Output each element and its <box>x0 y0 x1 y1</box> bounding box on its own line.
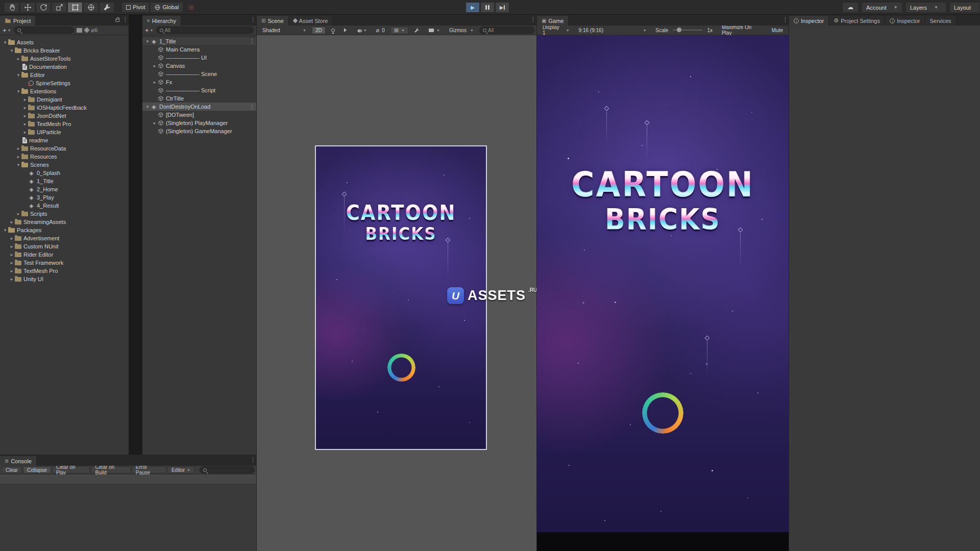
layers-dropdown[interactable]: Layers ▼ <box>905 2 946 13</box>
project-tree-item[interactable]: SpineSettings <box>0 79 129 87</box>
search-by-type-icon[interactable] <box>77 28 82 33</box>
project-tree-item[interactable]: ◈2_Home <box>0 185 129 193</box>
expand-arrow-icon[interactable]: ▾ <box>144 39 151 44</box>
expand-arrow-icon[interactable]: ▾ <box>15 72 21 78</box>
expand-arrow-icon[interactable]: ▾ <box>2 40 8 45</box>
panel-menu-icon[interactable]: ⋮ <box>782 16 787 23</box>
clear-on-play-button[interactable]: Clear on Play <box>52 466 90 473</box>
tab-asset-store[interactable]: Asset Store <box>289 16 333 26</box>
hierarchy-item[interactable]: ▸Fx <box>142 78 256 86</box>
project-tree-item[interactable]: ▸Test Framework <box>0 259 129 267</box>
project-tree-item[interactable]: ▸TextMesh Pro <box>0 120 129 128</box>
project-tree-item[interactable]: ▸StreamingAssets <box>0 218 129 226</box>
expand-arrow-icon[interactable]: ▸ <box>15 211 21 216</box>
project-tree-item[interactable]: ▾Assets <box>0 38 129 46</box>
scene-audio-toggle[interactable] <box>340 27 352 34</box>
cloud-button[interactable]: ☁ <box>842 2 859 13</box>
scene-viewport[interactable]: CARTOON BRICKS U ASSETS .RU <box>257 35 536 551</box>
panel-menu-icon[interactable]: ⋮ <box>250 16 254 23</box>
panel-menu-icon[interactable]: ⋮ <box>250 457 254 463</box>
transform-tool-button[interactable] <box>83 2 99 13</box>
expand-arrow-icon[interactable]: ▸ <box>22 113 28 118</box>
expand-arrow-icon[interactable]: ▸ <box>22 121 28 127</box>
scale-tool-button[interactable] <box>52 2 67 13</box>
tab-inspector[interactable]: iInspector <box>885 16 925 26</box>
display-dropdown[interactable]: Display 1 ▼ <box>539 27 573 34</box>
project-tree-item[interactable]: ▸Custom NUnit <box>0 242 129 251</box>
expand-arrow-icon[interactable]: ▾ <box>15 89 21 94</box>
console-log-area[interactable] <box>0 474 256 551</box>
tab-project[interactable]: Project <box>0 16 36 26</box>
clear-on-build-button[interactable]: Clear on Build <box>91 466 130 473</box>
hierarchy-item[interactable]: Main Camera <box>142 45 256 54</box>
hidden-count-toggle[interactable]: ⌀6 <box>91 27 98 34</box>
scale-slider-knob[interactable] <box>677 28 681 32</box>
project-tree-item[interactable]: ◈0_Splash <box>0 169 129 177</box>
expand-arrow-icon[interactable]: ▸ <box>22 105 28 110</box>
expand-arrow-icon[interactable]: ▸ <box>9 244 15 249</box>
scene-search[interactable] <box>479 27 534 34</box>
project-tree-item[interactable]: ▸Scripts <box>0 210 129 218</box>
hierarchy-item[interactable]: ▸Canvas <box>142 62 256 70</box>
error-pause-button[interactable]: Error Pause <box>132 466 166 473</box>
aspect-dropdown[interactable]: 9:16 (9:16) ▼ <box>575 27 650 34</box>
project-tree-item[interactable]: ▸Unity UI <box>0 275 129 283</box>
hierarchy-item[interactable]: CtrTitle <box>142 94 256 103</box>
hierarchy-item[interactable]: ▾◈DontDestroyOnLoad⋮ <box>142 103 256 111</box>
hierarchy-create-button[interactable]: +▼ <box>145 28 154 33</box>
project-search[interactable] <box>14 27 74 34</box>
tab-services[interactable]: Services <box>925 16 956 26</box>
tab-game[interactable]: ▣ Game <box>537 16 569 26</box>
project-tree-item[interactable]: ▸Resources <box>0 153 129 161</box>
account-dropdown[interactable]: Account ▼ <box>862 2 902 13</box>
scale-slider[interactable] <box>673 30 702 31</box>
project-tree-item[interactable]: ▾Extentions <box>0 87 129 95</box>
grid-visibility-dropdown[interactable]: ⊞ ▼ <box>390 27 408 34</box>
scene-tools-button[interactable] <box>410 27 423 34</box>
project-tree-item[interactable]: ▸UIParticle <box>0 128 129 136</box>
maximize-on-play-toggle[interactable]: Maximize On Play <box>718 27 766 34</box>
clear-button[interactable]: Clear <box>2 466 22 473</box>
project-tree-item[interactable]: ▸Advertisement <box>0 234 129 242</box>
project-tree-item[interactable]: ◈3_Play <box>0 193 129 202</box>
expand-arrow-icon[interactable]: ▸ <box>152 80 158 85</box>
project-tree-item[interactable]: ▾Bricks Breaker <box>0 46 129 55</box>
tab-project-settings[interactable]: ⚙Project Settings <box>829 16 885 26</box>
project-tree-item[interactable]: ◈1_Title <box>0 177 129 185</box>
layout-dropdown[interactable]: Layout <box>949 2 980 13</box>
scene-effects-dropdown[interactable]: ▼ <box>354 27 371 34</box>
project-tree-item[interactable]: ▸ResourceData <box>0 144 129 153</box>
play-button[interactable]: ▶ <box>465 2 480 13</box>
shading-dropdown[interactable]: Shaded ▼ <box>259 27 310 34</box>
expand-arrow-icon[interactable]: ▸ <box>9 268 15 273</box>
hierarchy-item[interactable]: (Singleton) GameManager <box>142 127 256 135</box>
expand-arrow-icon[interactable]: ▸ <box>15 154 21 159</box>
editor-button[interactable]: Editor▼ <box>167 466 194 473</box>
scale-control[interactable]: Scale 1x <box>652 27 716 34</box>
pivot-toggle[interactable]: Pivot <box>121 2 150 13</box>
expand-arrow-icon[interactable]: ▸ <box>22 130 28 135</box>
expand-arrow-icon[interactable]: ▸ <box>9 277 15 282</box>
rotate-tool-button[interactable] <box>36 2 51 13</box>
rect-tool-button[interactable] <box>67 2 83 13</box>
console-search[interactable] <box>200 466 255 473</box>
hierarchy-item[interactable]: ------------------ UI <box>142 54 256 62</box>
project-tree-item[interactable]: readme <box>0 136 129 144</box>
tab-hierarchy[interactable]: ≡ Hierarchy <box>142 16 181 26</box>
move-tool-button[interactable] <box>20 2 35 13</box>
project-tree-item[interactable]: ▾Packages <box>0 226 129 234</box>
project-create-button[interactable]: +▼ <box>3 28 11 33</box>
expand-arrow-icon[interactable]: ▸ <box>15 146 21 151</box>
expand-arrow-icon[interactable]: ▸ <box>152 63 158 68</box>
expand-arrow-icon[interactable]: ▾ <box>144 104 151 109</box>
hierarchy-item[interactable]: ▾◈1_Title⋮ <box>142 37 256 45</box>
expand-arrow-icon[interactable]: ▸ <box>152 120 158 126</box>
custom-tool-button[interactable] <box>99 2 114 13</box>
row-menu-icon[interactable]: ⋮ <box>249 104 253 110</box>
2d-toggle[interactable]: 2D <box>312 27 326 34</box>
hierarchy-search[interactable] <box>156 27 254 34</box>
project-tree-item[interactable]: ▸AssetStoreTools <box>0 55 129 63</box>
scene-camera-dropdown[interactable]: ▼ <box>425 27 444 34</box>
expand-arrow-icon[interactable]: ▸ <box>9 219 15 224</box>
project-tree-item[interactable]: ▾Editor <box>0 71 129 79</box>
